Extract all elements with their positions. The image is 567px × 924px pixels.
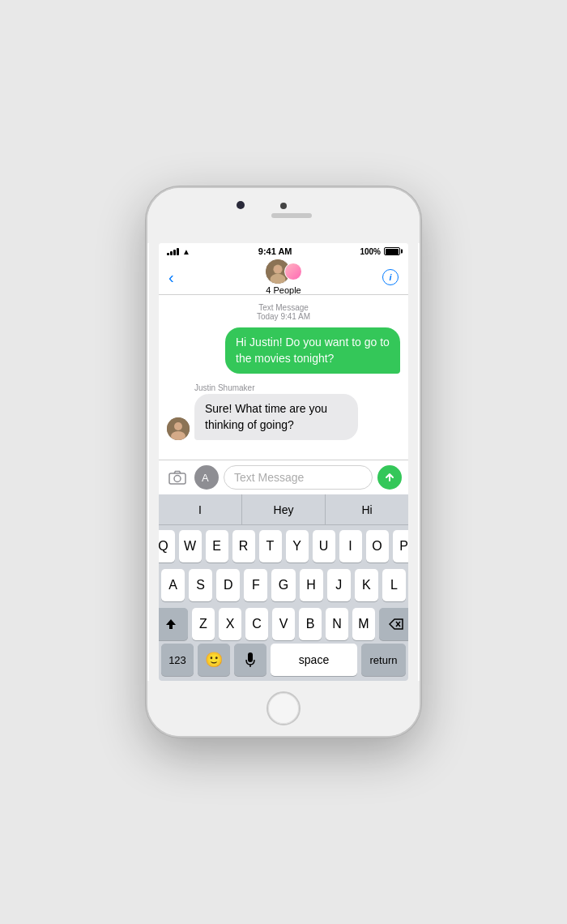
autocomplete-i[interactable]: I <box>159 494 242 524</box>
svg-text:A: A <box>202 472 209 484</box>
messages-area[interactable]: Text Message Today 9:41 AM Hi Justin! Do… <box>159 295 408 460</box>
bottom-bezel <box>147 681 420 736</box>
key-M[interactable]: M <box>352 608 375 640</box>
avatar-small-icon <box>167 417 190 440</box>
signal-bar-4 <box>177 248 179 255</box>
emoji-icon: 🙂 <box>205 651 223 669</box>
keyboard-row-3: Z X C V B N M <box>161 608 406 640</box>
keyboard-bottom-row: 123 🙂 space <box>159 644 408 681</box>
sender-name: Justin Shumaker <box>194 383 400 392</box>
key-Z[interactable]: Z <box>192 608 215 640</box>
incoming-message-row: Sure! What time are you thinking of goin… <box>167 394 400 440</box>
send-button[interactable] <box>377 465 402 490</box>
mic-icon <box>245 652 255 667</box>
key-C[interactable]: C <box>245 608 268 640</box>
return-key[interactable]: return <box>361 644 406 676</box>
signal-icon <box>167 248 179 255</box>
incoming-bubble: Sure! What time are you thinking of goin… <box>194 394 358 440</box>
phone-device: ▲ 9:41 AM 100% ‹ <box>146 186 421 738</box>
svg-point-8 <box>174 476 181 482</box>
phone-screen: ▲ 9:41 AM 100% ‹ <box>147 188 420 736</box>
key-N[interactable]: N <box>326 608 348 640</box>
key-Y[interactable]: Y <box>286 530 309 563</box>
outgoing-message-row: Hi Justin! Do you want to go to the movi… <box>167 327 400 374</box>
info-button[interactable]: i <box>382 269 399 285</box>
shift-icon <box>164 617 178 631</box>
autocomplete-hey[interactable]: Hey <box>242 494 326 524</box>
message-meta: Text Message Today 9:41 AM <box>167 303 400 321</box>
battery-percent: 100% <box>360 247 381 256</box>
key-H[interactable]: H <box>300 569 323 601</box>
power-button[interactable] <box>420 302 421 350</box>
avatar-group <box>265 259 302 284</box>
status-time: 9:41 AM <box>258 246 292 256</box>
key-B[interactable]: B <box>299 608 322 640</box>
emoji-key[interactable]: 🙂 <box>198 644 230 676</box>
message-placeholder: Text Message <box>234 471 304 484</box>
key-X[interactable]: X <box>219 608 241 640</box>
key-D[interactable]: D <box>216 569 240 601</box>
numbers-key[interactable]: 123 <box>161 644 194 676</box>
svg-point-5 <box>174 422 182 430</box>
key-P[interactable]: P <box>393 530 409 563</box>
key-K[interactable]: K <box>355 569 378 601</box>
delete-key[interactable] <box>379 608 408 640</box>
signal-bar-1 <box>167 253 169 255</box>
signal-bar-2 <box>170 251 173 255</box>
message-input[interactable]: Text Message <box>224 465 373 490</box>
key-J[interactable]: J <box>327 569 351 601</box>
key-S[interactable]: S <box>189 569 212 601</box>
camera-button[interactable] <box>165 465 190 490</box>
incoming-avatar <box>167 417 190 440</box>
avatar-pink <box>284 263 302 280</box>
key-A[interactable]: A <box>161 569 185 601</box>
key-U[interactable]: U <box>313 530 335 563</box>
nav-center: 4 People <box>265 259 302 295</box>
apps-icon: A <box>200 471 213 484</box>
key-Q[interactable]: Q <box>159 530 175 563</box>
signal-bar-3 <box>173 250 176 255</box>
shift-key[interactable] <box>159 608 188 640</box>
status-bar: ▲ 9:41 AM 100% <box>159 243 408 259</box>
wifi-icon: ▲ <box>182 247 190 256</box>
back-button[interactable]: ‹ <box>168 269 174 285</box>
status-right: 100% <box>360 247 400 256</box>
autocomplete-bar: I Hey Hi <box>159 494 408 525</box>
battery-fill <box>386 249 399 255</box>
keyboard-row-2: A S D F G H J K L <box>161 569 406 601</box>
key-O[interactable]: O <box>366 530 389 563</box>
space-key[interactable]: space <box>271 644 357 676</box>
outgoing-bubble: Hi Justin! Do you want to go to the movi… <box>225 327 400 374</box>
keyboard-rows: Q W E R T Y U I O P A S <box>159 525 408 644</box>
key-I[interactable]: I <box>339 530 362 563</box>
nav-title: 4 People <box>266 285 301 295</box>
apps-button[interactable]: A <box>194 465 219 490</box>
home-button[interactable] <box>266 691 301 725</box>
key-R[interactable]: R <box>232 530 255 563</box>
svg-point-3 <box>274 266 281 273</box>
input-area: A Text Message <box>159 460 408 494</box>
key-L[interactable]: L <box>382 569 406 601</box>
keyboard: I Hey Hi Q W E R T <box>159 494 408 681</box>
key-V[interactable]: V <box>272 608 295 640</box>
camera-icon <box>168 470 186 485</box>
key-W[interactable]: W <box>179 530 202 563</box>
battery-icon <box>384 247 400 255</box>
autocomplete-hi[interactable]: Hi <box>326 494 408 524</box>
svg-point-2 <box>271 274 286 284</box>
mic-key[interactable] <box>234 644 266 676</box>
status-left: ▲ <box>167 247 190 256</box>
delete-icon <box>389 618 403 630</box>
send-icon <box>384 472 395 483</box>
key-T[interactable]: T <box>259 530 282 563</box>
key-F[interactable]: F <box>244 569 267 601</box>
key-E[interactable]: E <box>206 530 228 563</box>
svg-rect-12 <box>248 652 253 662</box>
keyboard-row-1: Q W E R T Y U I O P <box>161 530 406 563</box>
screen-content: ▲ 9:41 AM 100% ‹ <box>159 243 408 681</box>
key-G[interactable]: G <box>271 569 295 601</box>
nav-bar: ‹ <box>159 259 408 295</box>
